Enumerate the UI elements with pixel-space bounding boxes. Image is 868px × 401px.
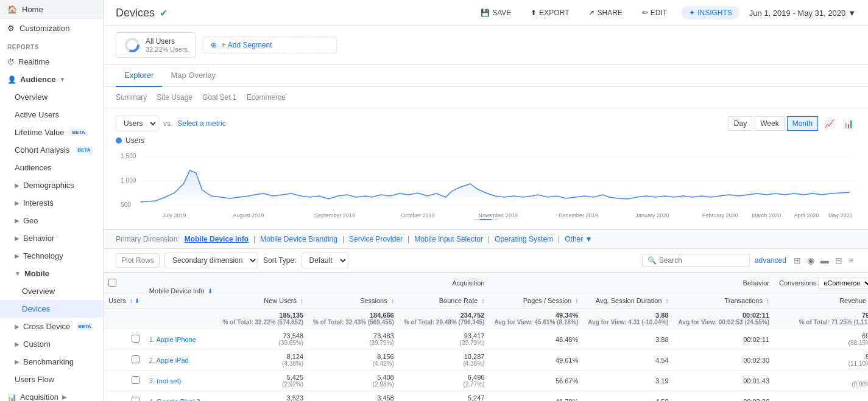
export-button[interactable]: ⬆ EXPORT: [526, 6, 574, 19]
secondary-dimension-select[interactable]: Secondary dimension: [164, 253, 258, 268]
sidebar-item-mobile-overview[interactable]: Overview: [0, 282, 103, 300]
svg-rect-20: [479, 219, 492, 220]
sidebar-item-demographics[interactable]: ▶ Demographics: [0, 176, 103, 194]
pages-session-col-header[interactable]: Pages / Session ↕: [489, 293, 583, 309]
device-link[interactable]: Apple iPad: [157, 357, 189, 364]
metric-dropdown[interactable]: Users: [116, 116, 158, 131]
device-link[interactable]: Google Pixel 3: [157, 398, 200, 402]
users-col-header[interactable]: Users ↕ ⬇: [104, 293, 144, 309]
dim-mobile-device-info[interactable]: Mobile Device Info: [185, 235, 249, 243]
avg-session-cell: 00:02:11: [674, 329, 775, 350]
select-all-checkbox[interactable]: [108, 279, 116, 287]
sort-type-select[interactable]: Default: [302, 253, 348, 268]
row-checkbox-cell[interactable]: [104, 371, 144, 391]
chart-controls: Users vs. Select a metric Day Week Month…: [116, 116, 856, 131]
sidebar-item-audience[interactable]: 👤 Audience ▼: [0, 71, 103, 88]
row-checkbox[interactable]: [132, 335, 139, 343]
pie-view-button[interactable]: ◉: [805, 254, 817, 267]
plot-rows-button[interactable]: Plot Rows: [116, 253, 160, 268]
add-segment-button[interactable]: ⊕ + Add Segment: [203, 37, 337, 54]
sidebar-item-mobile[interactable]: ▼ Mobile: [0, 265, 103, 282]
table-search-box[interactable]: 🔍: [642, 254, 750, 267]
tab-map-overlay[interactable]: Map Overlay: [162, 65, 224, 87]
select-metric-link[interactable]: Select a metric: [177, 119, 225, 128]
insights-button[interactable]: ✦ INSIGHTS: [682, 6, 739, 19]
dim-other[interactable]: Other ▼: [565, 235, 592, 243]
row-checkbox[interactable]: [132, 355, 139, 363]
sidebar-item-cross-device[interactable]: ▶ Cross Device BETA: [0, 318, 103, 335]
compare-view-button[interactable]: ≡: [846, 254, 856, 267]
new-users-cell: 5,408 (2.93%): [308, 371, 399, 391]
revenue-col-header[interactable]: Revenue ↕: [774, 293, 868, 309]
dim-mobile-input-selector[interactable]: Mobile Input Selector: [414, 235, 483, 243]
page-header: Devices ✔ 💾 SAVE ⬆ EXPORT ↗ SHARE ✏ EDIT…: [104, 0, 868, 26]
sidebar-item-realtime[interactable]: ⏱ Realtime: [0, 53, 103, 71]
sidebar-item-active-users[interactable]: Active Users: [0, 106, 103, 124]
sub-tab-site-usage[interactable]: Site Usage: [157, 92, 192, 103]
users-cell: 3,523 (1.90%): [217, 391, 308, 402]
transactions-col-header[interactable]: Transactions ↕: [674, 293, 775, 309]
week-button[interactable]: Week: [755, 116, 784, 131]
day-button[interactable]: Day: [729, 116, 752, 131]
sessions-col-header[interactable]: Sessions ↕: [308, 293, 399, 309]
sidebar-item-lifetime-value[interactable]: Lifetime Value BETA: [0, 124, 103, 141]
sidebar-item-geo[interactable]: ▶ Geo: [0, 212, 103, 229]
sub-tab-ecommerce[interactable]: Ecommerce: [247, 92, 286, 103]
expand-icon-technology: ▶: [15, 253, 19, 259]
transactions-cell: 0 (0.00%): [774, 391, 868, 402]
device-cell: 2. Apple iPad: [144, 350, 218, 371]
advanced-link[interactable]: advanced: [755, 256, 786, 265]
conversions-select[interactable]: eCommerce: [818, 277, 868, 289]
pivot-view-button[interactable]: ⊟: [833, 254, 845, 267]
sidebar-item-audiences[interactable]: Audiences: [0, 159, 103, 176]
device-link[interactable]: Apple iPhone: [157, 336, 196, 343]
sidebar-item-customization[interactable]: ⚙ Customization: [0, 19, 103, 38]
bar-chart-icon[interactable]: 📊: [841, 116, 856, 131]
sidebar-item-mobile-devices[interactable]: Devices: [0, 300, 103, 318]
sidebar-item-users-flow[interactable]: Users Flow: [0, 371, 103, 388]
sidebar-item-overview[interactable]: Overview: [0, 88, 103, 106]
edit-icon: ✏: [642, 9, 648, 17]
month-button[interactable]: Month: [787, 116, 818, 131]
device-link[interactable]: (not set): [157, 377, 181, 385]
tab-explorer[interactable]: Explorer: [116, 65, 162, 87]
search-input[interactable]: [659, 256, 744, 265]
all-users-segment[interactable]: All Users 32.22% Users: [116, 32, 196, 58]
sidebar-item-acquisition[interactable]: 📊 Acquisition ▶: [0, 388, 103, 401]
avg-session-col-header[interactable]: Avg. Session Duration ↕: [583, 293, 673, 309]
sidebar-item-interests[interactable]: ▶ Interests: [0, 194, 103, 212]
select-all-header[interactable]: [104, 273, 144, 293]
expand-icon-geo: ▶: [15, 217, 19, 224]
bar-view-button[interactable]: ▬: [818, 254, 831, 267]
bounce-rate-col-header[interactable]: Bounce Rate ↕: [399, 293, 490, 309]
edit-button[interactable]: ✏ EDIT: [637, 6, 672, 19]
sidebar-item-benchmarking[interactable]: ▶ Benchmarking: [0, 353, 103, 371]
sidebar-item-home[interactable]: 🏠 Home: [0, 0, 103, 19]
sub-tab-goal-set1[interactable]: Goal Set 1: [202, 92, 237, 103]
row-checkbox[interactable]: [132, 397, 139, 401]
sidebar-item-cohort-analysis[interactable]: Cohort Analysis BETA: [0, 141, 103, 159]
metric-selector: Users vs. Select a metric: [116, 116, 226, 131]
save-button[interactable]: 💾 SAVE: [476, 6, 516, 19]
sidebar-item-technology[interactable]: ▶ Technology: [0, 247, 103, 265]
dim-operating-system[interactable]: Operating System: [495, 235, 553, 243]
dim-mobile-device-branding[interactable]: Mobile Device Branding: [260, 235, 337, 243]
row-checkbox-cell[interactable]: [104, 329, 144, 350]
dim-controls: Plot Rows Secondary dimension Sort Type:…: [116, 253, 348, 268]
share-button[interactable]: ↗ SHARE: [584, 6, 627, 19]
dim-service-provider[interactable]: Service Provider: [349, 235, 403, 243]
sidebar-item-custom[interactable]: ▶ Custom: [0, 335, 103, 353]
sub-tab-summary[interactable]: Summary: [116, 92, 147, 103]
sidebar-item-behavior[interactable]: ▶ Behavior: [0, 229, 103, 247]
svg-text:May 2020: May 2020: [828, 212, 853, 218]
grid-view-button[interactable]: ⊞: [791, 254, 803, 267]
row-checkbox-cell[interactable]: [104, 391, 144, 402]
row-checkbox[interactable]: [132, 376, 139, 384]
new-users-cell: 73,483 (39.79%): [308, 329, 399, 350]
line-chart-icon[interactable]: 📈: [822, 116, 837, 131]
period-buttons: Day Week Month: [729, 116, 818, 131]
new-users-col-header[interactable]: New Users ↕: [217, 293, 308, 309]
device-info-header[interactable]: Mobile Device Info ⬇: [144, 273, 218, 309]
row-checkbox-cell[interactable]: [104, 350, 144, 371]
date-range-picker[interactable]: Jun 1, 2019 - May 31, 2020 ▼: [749, 9, 856, 18]
